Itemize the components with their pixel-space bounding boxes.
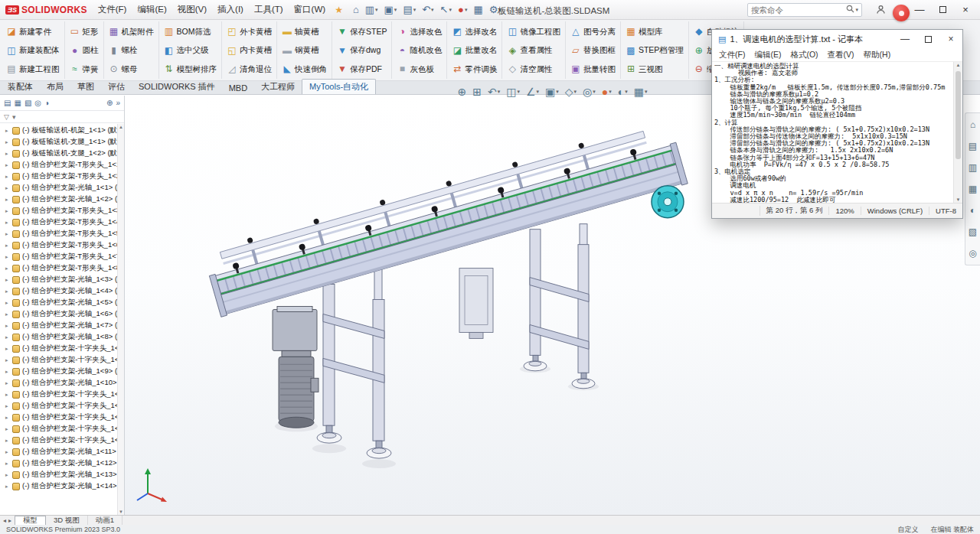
section-view-icon[interactable]: ◫▾ [503, 85, 523, 99]
ribbon-button[interactable]: ▬钢黄槽 [279, 41, 330, 60]
scrollbar-thumb[interactable] [956, 71, 961, 159]
menu-item[interactable]: 编辑(E) [132, 2, 172, 18]
ribbon-button[interactable]: ▣批量转图 [567, 60, 619, 78]
scroll-up-icon[interactable]: ▲ [119, 125, 123, 129]
ribbon-button[interactable]: ▦机架附件 [106, 22, 157, 41]
close-button[interactable]: × [954, 0, 977, 20]
displaymanager-icon[interactable]: ◑ [43, 98, 51, 108]
tree-item[interactable]: ▸(-) 板链输送机-支腿_1<1> (默认 [0, 136, 124, 148]
notepad-maximize-button[interactable] [916, 30, 939, 48]
ribbon-button[interactable]: ◪批量改名 [449, 41, 500, 60]
ribbon-button[interactable]: ◰外卡黄槽 [224, 22, 275, 41]
home-icon[interactable]: ⌂ [351, 3, 361, 16]
ribbon-button[interactable]: ◱内卡黄槽 [224, 41, 275, 60]
ribbon-button[interactable]: ▬轴黄槽 [279, 22, 330, 41]
display-style-icon[interactable]: ◇▾ [562, 85, 580, 99]
ribbon-button[interactable]: ◪新建零件 [3, 22, 63, 41]
tree-item[interactable]: ▸(-) 组合护栏支架-光轴_1<8> (默 [0, 331, 124, 343]
tree-item[interactable]: ▸(-) 组合护栏支架-光轴_1<2> (默 [0, 194, 124, 205]
tree-item[interactable]: ▸(-) 组合护栏支架-T形夹头_1<7> [0, 251, 124, 262]
sheet-tab[interactable]: 模型 [15, 516, 46, 525]
ribbon-button[interactable]: ▼保存STEP [334, 22, 390, 41]
scroll-up-icon[interactable]: ▲ [956, 63, 961, 67]
ribbon-button[interactable]: ◩选择改名 [449, 22, 500, 41]
apply-scene-icon[interactable]: ◐▾ [615, 85, 631, 99]
ribbon-button[interactable]: ◧选中父级 [161, 41, 220, 60]
command-tab[interactable]: 大工程师 [254, 80, 302, 94]
tree-item[interactable]: ▸(-) 组合护栏支架-光轴_1<9> (默 [0, 366, 124, 377]
save-icon[interactable]: ▣▾ [382, 3, 400, 16]
minimize-button[interactable]: — [908, 0, 931, 20]
menu-item[interactable]: 插入(I) [212, 2, 249, 18]
tree-item[interactable]: ▸(-) 组合护栏支架-光轴_1<4> (默 [0, 285, 124, 297]
ribbon-button[interactable]: ◿清角退位 [224, 60, 275, 78]
tree-item[interactable]: ▸(-) 组合护栏支架-T形夹头_1<1> [0, 159, 124, 171]
tree-item[interactable]: ▸(-) 组合护栏支架-光轴_1<13> ( [0, 469, 124, 480]
tree-item[interactable]: ▸(-) 组合护栏支架-T形夹头_1<8> [0, 262, 124, 274]
notepad-menu-item[interactable]: 编辑(E) [750, 49, 786, 61]
print-icon[interactable]: ▤▾ [400, 3, 418, 16]
file-properties-icon[interactable]: ▦ [471, 3, 485, 16]
open-icon[interactable]: ▥▾ [363, 3, 381, 16]
zoom-fit-icon[interactable]: ⊕ [454, 85, 469, 99]
notepad-scrollbar[interactable]: ▲ ▼ [953, 62, 962, 203]
menu-item[interactable]: 工具(T) [249, 2, 289, 18]
tree-item[interactable]: ▸(-) 组合护栏支架-十字夹头_1<1 [0, 343, 124, 354]
user-account-icon[interactable] [871, 2, 890, 18]
favorites-star-icon[interactable]: ★ [335, 5, 343, 15]
notepad-menu-item[interactable]: 帮助(H) [859, 49, 896, 61]
zoom-area-icon[interactable]: ⊞ [469, 85, 485, 99]
ribbon-button[interactable]: ▮螺栓 [106, 41, 157, 60]
menu-item[interactable]: 文件(F) [93, 2, 132, 18]
notepad-minimize-button[interactable]: — [893, 30, 916, 48]
tree-item[interactable]: ▸(-) 板链输送机-支腿_1<2> (默认 [0, 148, 124, 159]
command-tab[interactable]: SOLIDWORKS 插件 [132, 80, 222, 94]
crosshair-icon[interactable]: ⊕ [105, 98, 114, 108]
tree-item[interactable]: ▸(-) 组合护栏支架-光轴_1<5> (默 [0, 297, 124, 308]
notepad-menu-item[interactable]: 文件(F) [714, 49, 750, 61]
ribbon-button[interactable]: ▥BOM筛选 [161, 22, 220, 41]
support-leg-left[interactable] [317, 264, 391, 459]
ribbon-button[interactable]: ▤新建工程图 [3, 60, 63, 78]
notepad-menu-item[interactable]: 格式(O) [786, 49, 822, 61]
ribbon-button[interactable]: ■灰色板 [394, 60, 445, 78]
tree-item[interactable]: ▸(-) 组合护栏支架-T形夹头_1<6> [0, 239, 124, 251]
tree-item[interactable]: ▸(-) 组合护栏支架-T形夹头_1<4> [0, 217, 124, 228]
file-explorer-icon[interactable]: ▥ [969, 162, 977, 173]
sheet-tab[interactable]: 动画1 [88, 516, 122, 525]
customize-label[interactable]: 自定义 [897, 525, 918, 534]
ribbon-button[interactable]: ⇄零件调换 [449, 60, 500, 78]
tree-item[interactable]: ▸(-) 组合护栏支架-十字夹头_1<5 [0, 412, 124, 423]
ribbon-button[interactable]: ▩STEP档管理 [622, 41, 687, 60]
ribbon-button[interactable]: ≈弹簧 [67, 60, 102, 78]
dimxpertmanager-icon[interactable]: ◎ [33, 98, 43, 108]
mounting-plate[interactable] [459, 269, 493, 339]
tree-item[interactable]: ▸(-) 组合护栏支架-T形夹头_1<3> [0, 205, 124, 217]
menu-item[interactable]: 视图(V) [172, 2, 212, 18]
ribbon-button[interactable]: ▼保存PDF [334, 60, 390, 78]
tab-scroll-right-icon[interactable]: ▸ [8, 517, 11, 524]
command-tab[interactable]: MyTools-自动化 [302, 79, 376, 94]
taskpane-home-icon[interactable]: ⌂ [970, 119, 975, 130]
scroll-down-icon[interactable]: ▼ [119, 510, 123, 514]
ribbon-button[interactable]: △图号分离 [567, 22, 619, 41]
appearances-icon[interactable]: ◐ [970, 205, 975, 216]
ribbon-button[interactable]: ◣快速倒角 [279, 60, 330, 78]
restore-button[interactable] [931, 0, 954, 20]
custom-properties-icon[interactable]: ▧ [969, 226, 977, 237]
ribbon-button[interactable]: ●圆柱 [67, 41, 102, 60]
ribbon-button[interactable]: ◫新建装配体 [3, 41, 63, 60]
tree-item[interactable]: ▸(-) 组合护栏支架-光轴_1<7> (默 [0, 320, 124, 331]
command-tab[interactable]: 装配体 [1, 80, 40, 94]
tree-item[interactable]: ▸(-) 组合护栏支架-十字夹头_1<7 [0, 435, 124, 446]
pane-expand-icon[interactable]: » [114, 98, 122, 108]
notepad-close-button[interactable]: × [939, 30, 962, 48]
ribbon-button[interactable]: ▼保存dwg [334, 41, 390, 60]
view-orientation-icon[interactable]: ▣▾ [542, 85, 562, 99]
tab-scroll-left-icon[interactable]: ◂ [3, 517, 6, 524]
chevron-down-icon[interactable]: ▾ [12, 113, 16, 121]
gear-motor[interactable] [273, 306, 318, 428]
support-leg-right[interactable] [524, 224, 595, 389]
conveyor-rail[interactable] [202, 118, 688, 317]
tree-scrollbar[interactable]: ▲ ▼ [117, 124, 124, 515]
